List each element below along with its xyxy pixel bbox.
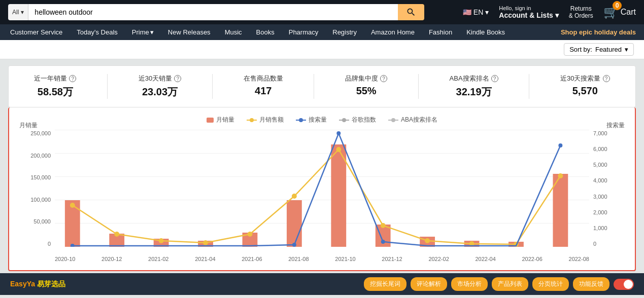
returns-label: Returns xyxy=(569,5,593,12)
stat-aba-label: ABA搜索排名 ? xyxy=(450,74,498,83)
search-icon xyxy=(406,7,416,17)
rev-dot-5 xyxy=(247,232,252,237)
legend-search-volume: 搜索量 xyxy=(296,116,327,124)
nav-item-new-releases[interactable]: New Releases xyxy=(166,27,213,37)
legend-aba-rank-label: ABA搜索排名 xyxy=(401,116,437,124)
nav-item-kindle-books[interactable]: Kindle Books xyxy=(464,27,507,37)
stat-product-count: 在售商品数量 417 xyxy=(244,74,283,97)
legend-monthly-sales: 月销量 xyxy=(207,116,234,124)
x-tick-7: 2021-12 xyxy=(382,256,402,262)
search-category-dropdown[interactable]: All ▾ xyxy=(8,4,28,20)
cart-label: Cart xyxy=(621,8,636,17)
footer: EasyYa 易芽选品 挖掘长尾词 评论解析 市场分析 产品列表 分页统计 功能… xyxy=(0,273,644,295)
legend-search-label: 搜索量 xyxy=(309,116,327,124)
toggle-switch[interactable] xyxy=(614,279,634,290)
x-tick-4: 2021-06 xyxy=(242,256,262,262)
search-bar: All ▾ xyxy=(8,4,424,20)
btn-feedback[interactable]: 功能反馈 xyxy=(573,277,609,291)
y-left-tick-2: 100,000 xyxy=(30,197,51,203)
nav-item-pharmacy[interactable]: Pharmacy xyxy=(287,27,321,37)
info-icon-aba[interactable]: ? xyxy=(491,75,498,82)
stat-divider-1 xyxy=(107,74,108,99)
stat-aba-value: 32.19万 xyxy=(450,85,498,99)
btn-product-list[interactable]: 产品列表 xyxy=(492,277,528,291)
stat-product-label: 在售商品数量 xyxy=(244,74,283,83)
stat-divider-3 xyxy=(314,74,314,99)
y-left-tick-1: 50,000 xyxy=(33,218,51,225)
legend-google-line-icon xyxy=(339,120,349,121)
y-left-tick-4: 200,000 xyxy=(30,153,51,159)
category-label: All xyxy=(12,9,19,16)
nav-item-amazon-home[interactable]: Amazon Home xyxy=(369,27,417,37)
info-icon-brand[interactable]: ? xyxy=(380,75,387,82)
stat-divider-5 xyxy=(529,74,529,99)
revenue-line xyxy=(73,150,561,244)
x-tick-5: 2021-08 xyxy=(288,256,309,262)
y-axis-left: 0 50,000 100,000 150,000 200,000 250,000 xyxy=(19,130,54,247)
stat-yearly-value: 58.58万 xyxy=(34,85,76,99)
legend-revenue-label: 月销售额 xyxy=(259,116,284,124)
search-input[interactable] xyxy=(28,4,398,20)
nav-item-fashion[interactable]: Fashion xyxy=(427,27,454,37)
stat-search-volume: 近30天搜索量 ? 5,570 xyxy=(560,74,609,97)
legend-google-label: 谷歌指数 xyxy=(352,116,376,124)
nav-item-books[interactable]: Books xyxy=(254,27,277,37)
x-tick-10: 2022-06 xyxy=(522,256,542,262)
sort-chevron-icon: ▾ xyxy=(625,46,628,53)
btn-long-tail[interactable]: 挖掘长尾词 xyxy=(364,277,406,291)
y-right-tick-0: 0 xyxy=(593,241,596,247)
stat-product-value: 417 xyxy=(244,85,283,97)
stat-brand-value: 55% xyxy=(345,85,387,97)
cart-button[interactable]: 0 🛒 Cart xyxy=(603,5,636,19)
y-right-tick-3: 3,000 xyxy=(593,194,607,200)
legend-monthly-revenue: 月销售额 xyxy=(247,116,284,124)
account-text: Account & Lists xyxy=(499,11,553,19)
chart-container: 月销量 搜索量 0 50,000 100,000 150,000 200,000… xyxy=(19,130,625,262)
nav-item-todays-deals[interactable]: Today's Deals xyxy=(75,27,120,37)
btn-market-analysis[interactable]: 市场分析 xyxy=(451,277,488,291)
brand-chinese: 易芽选品 xyxy=(37,280,65,288)
nav-item-registry[interactable]: Registry xyxy=(330,27,359,37)
y-right-tick-5: 5,000 xyxy=(593,162,607,168)
category-chevron-icon: ▾ xyxy=(21,9,24,16)
footer-actions: 挖掘长尾词 评论解析 市场分析 产品列表 分页统计 功能反馈 xyxy=(364,277,634,291)
nav-item-music[interactable]: Music xyxy=(223,27,244,37)
info-icon-monthly[interactable]: ? xyxy=(174,75,181,82)
search-dot-12 xyxy=(558,143,562,147)
flag-icon: 🇺🇸 xyxy=(463,8,471,16)
stat-aba-rank: ABA搜索排名 ? 32.19万 xyxy=(450,74,498,99)
sort-dropdown[interactable]: Sort by: Featured ▾ xyxy=(564,43,634,56)
search-button[interactable] xyxy=(398,4,424,20)
nav-item-prime[interactable]: Prime ▾ xyxy=(130,27,156,37)
y-left-tick-5: 250,000 xyxy=(30,130,51,136)
rev-dot-8 xyxy=(381,223,386,228)
cart-count: 0 xyxy=(613,1,622,10)
legend-google-index: 谷歌指数 xyxy=(339,116,376,124)
btn-page-stats[interactable]: 分页统计 xyxy=(532,277,569,291)
x-tick-2: 2021-02 xyxy=(148,256,168,262)
toggle-thumb xyxy=(624,280,633,289)
account-dropdown[interactable]: Hello, sign in Account & Lists ▾ xyxy=(499,5,558,19)
nav-item-customer-service[interactable]: Customer Service xyxy=(8,27,64,37)
rev-dot-9 xyxy=(425,238,430,243)
btn-review-analysis[interactable]: 评论解析 xyxy=(411,277,447,291)
stat-monthly-value: 23.03万 xyxy=(139,85,181,99)
prime-chevron-icon: ▾ xyxy=(150,28,154,36)
info-icon-search[interactable]: ? xyxy=(603,75,610,82)
stat-search-value: 5,570 xyxy=(560,85,609,97)
legend-search-line-icon xyxy=(296,120,306,121)
orders-label: & Orders xyxy=(569,12,593,19)
lang-chevron-icon: ▾ xyxy=(485,8,489,16)
header-right: 🇺🇸 EN ▾ Hello, sign in Account & Lists ▾… xyxy=(463,5,636,19)
nav-promo[interactable]: Shop epic holiday deals xyxy=(561,28,636,36)
legend-aba-line-icon xyxy=(388,120,398,121)
account-label: Account & Lists ▾ xyxy=(499,11,558,19)
rev-dot-4 xyxy=(203,240,208,245)
stat-yearly-sales: 近一年销量 ? 58.58万 xyxy=(34,74,76,99)
returns-orders[interactable]: Returns & Orders xyxy=(569,5,593,19)
y-right-tick-7: 7,000 xyxy=(593,130,607,136)
stat-monthly-sales: 近30天销量 ? 23.03万 xyxy=(139,74,181,99)
stat-yearly-label: 近一年销量 ? xyxy=(34,74,76,83)
info-icon-yearly[interactable]: ? xyxy=(69,75,76,82)
language-selector[interactable]: 🇺🇸 EN ▾ xyxy=(463,8,489,16)
